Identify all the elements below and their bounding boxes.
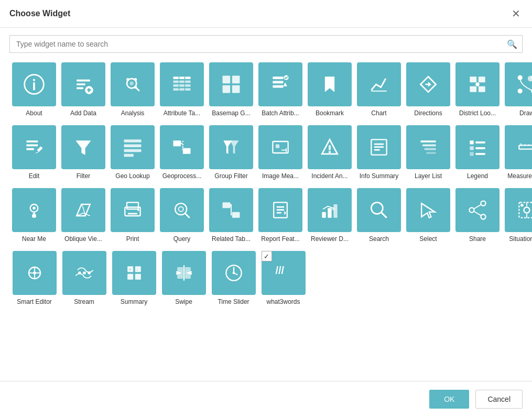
svg-rect-31 [479, 76, 485, 82]
widget-item-share[interactable]: Share [453, 186, 502, 245]
widget-item-image-measure[interactable]: Image Mea... [256, 123, 305, 182]
svg-rect-120 [127, 274, 133, 280]
widget-icon-box-chart [357, 62, 401, 106]
svg-rect-61 [374, 146, 384, 148]
widget-item-what3words[interactable]: ///✓what3words [258, 249, 308, 308]
widget-item-print[interactable]: Print [108, 186, 157, 245]
widget-icon-box-geoprocessing [160, 125, 204, 169]
widget-icon-box-reviewer-dash [308, 188, 352, 232]
widget-item-batch-attribute[interactable]: Batch Attrib... [256, 60, 305, 119]
widget-item-stream[interactable]: Stream [59, 249, 109, 308]
widget-item-basemap-gallery[interactable]: Basemap G... [207, 60, 256, 119]
ok-button[interactable]: OK [429, 390, 469, 409]
widget-icon-box-stream [62, 251, 106, 295]
svg-rect-54 [276, 145, 279, 148]
widget-icon-box-measurement [505, 125, 532, 169]
widget-item-geoprocessing[interactable]: Geoprocess... [157, 123, 207, 182]
widget-item-near-me[interactable]: Near Me [9, 186, 59, 245]
svg-rect-47 [124, 154, 134, 157]
dialog-footer: OK Cancel [0, 381, 532, 417]
widget-item-legend[interactable]: Legend [453, 123, 502, 182]
svg-rect-87 [223, 202, 231, 208]
widget-item-add-data[interactable]: Add Data [59, 60, 108, 119]
search-input[interactable] [9, 35, 523, 53]
widget-item-reviewer-dash[interactable]: Reviewer D... [305, 186, 354, 245]
widget-item-report-feature[interactable]: Report Feat... [256, 186, 305, 245]
svg-rect-44 [124, 139, 142, 142]
svg-rect-66 [426, 152, 436, 154]
widget-row-1: EditFilterGeo LookupGeoprocess...Group F… [9, 123, 523, 182]
svg-rect-40 [26, 140, 38, 142]
widget-icon-box-query [160, 188, 204, 232]
search-icon-button[interactable]: 🔍 [507, 39, 517, 49]
widget-item-oblique-viewer[interactable]: Oblique Vie... [59, 186, 108, 245]
svg-point-39 [528, 76, 532, 82]
widget-item-filter[interactable]: Filter [59, 123, 108, 182]
svg-rect-73 [519, 145, 532, 149]
svg-rect-26 [273, 81, 283, 84]
widget-item-chart[interactable]: Chart [354, 60, 404, 119]
widget-item-incident-analysis[interactable]: Incident An... [305, 123, 354, 182]
widget-item-layer-list[interactable]: Layer List [404, 123, 453, 182]
svg-rect-96 [328, 208, 331, 217]
svg-rect-18 [173, 88, 191, 91]
svg-rect-57 [329, 145, 331, 150]
widget-label-print: Print [109, 235, 156, 243]
widget-item-attribute-table[interactable]: Attribute Ta... [157, 60, 207, 119]
widget-item-summary[interactable]: +-Summary [109, 249, 159, 308]
svg-rect-27 [273, 85, 283, 88]
svg-point-132 [232, 272, 235, 275]
widget-item-select[interactable]: Select [404, 186, 453, 245]
svg-rect-93 [277, 212, 281, 214]
widget-item-measurement[interactable]: Measurement [502, 123, 532, 182]
widget-label-measurement: Measurement [503, 172, 532, 180]
svg-rect-49 [183, 148, 191, 154]
svg-point-116 [83, 271, 86, 275]
widget-label-time-slider: Time Slider [210, 298, 257, 305]
svg-rect-22 [232, 76, 240, 84]
widget-icon-box-layer-list [406, 125, 450, 169]
svg-rect-41 [26, 145, 38, 147]
widget-item-smart-editor[interactable]: Smart Editor [9, 249, 59, 308]
widget-item-edit[interactable]: Edit [9, 123, 59, 182]
widget-icon-box-analysis [111, 62, 155, 106]
widget-item-situation-awareness[interactable]: Situation A... [502, 186, 532, 245]
widget-item-query[interactable]: Query [157, 186, 207, 245]
widget-item-group-filter[interactable]: Group Filter [207, 123, 256, 182]
widget-item-draw[interactable]: Draw [502, 60, 532, 119]
svg-rect-3 [77, 80, 90, 82]
svg-point-84 [175, 203, 187, 215]
cancel-button[interactable]: Cancel [475, 390, 523, 409]
widget-item-time-slider[interactable]: Time Slider [209, 249, 258, 308]
widget-item-related-table[interactable]: Related Tab... [207, 186, 256, 245]
widget-item-analysis[interactable]: Analysis [108, 60, 157, 119]
widget-label-oblique-viewer: Oblique Vie... [60, 235, 107, 243]
widget-item-info-summary[interactable]: Info Summary [354, 123, 404, 182]
svg-rect-21 [223, 76, 231, 84]
widget-icon-box-select [406, 188, 450, 232]
svg-rect-1 [33, 82, 35, 90]
widget-icon-box-search [357, 188, 401, 232]
widget-item-geo-lookup[interactable]: Geo Lookup [108, 123, 157, 182]
svg-rect-97 [333, 204, 337, 218]
widget-item-about[interactable]: About [9, 60, 59, 119]
svg-rect-65 [425, 148, 436, 150]
widget-icon-box-share [455, 188, 500, 232]
widget-item-district-lookup[interactable]: District Loo... [453, 60, 502, 119]
widget-row-2: Near MeOblique Vie...PrintQueryRelated T… [9, 186, 523, 245]
svg-rect-16 [173, 81, 191, 83]
widget-icon-box-near-me [12, 188, 56, 232]
svg-rect-68 [475, 141, 485, 144]
widget-item-swipe[interactable]: Swipe [159, 249, 209, 308]
svg-rect-82 [128, 213, 137, 215]
widget-label-draw: Draw [503, 109, 532, 117]
widget-label-geo-lookup: Geo Lookup [109, 172, 156, 180]
svg-rect-67 [470, 140, 473, 144]
widget-item-bookmark[interactable]: Bookmark [305, 60, 354, 119]
widget-icon-box-report-feature [258, 188, 302, 232]
widget-icon-box-swipe [162, 251, 206, 295]
svg-point-34 [475, 82, 479, 86]
widget-item-directions[interactable]: Directions [404, 60, 453, 119]
widget-item-search[interactable]: Search [354, 186, 404, 245]
close-button[interactable]: ✕ [509, 7, 523, 20]
